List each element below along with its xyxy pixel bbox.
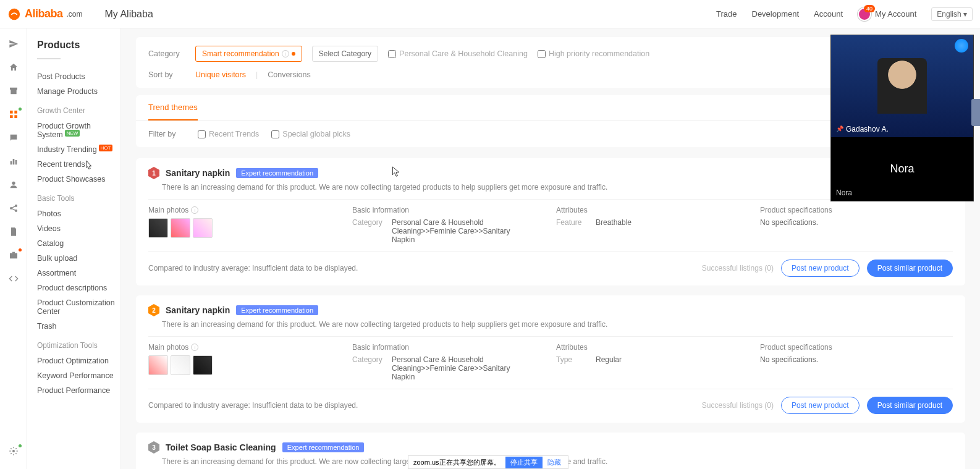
smart-recommendation-button[interactable]: Smart recommendationi — [195, 46, 302, 62]
chk-special-picks[interactable]: Special global picks — [271, 130, 350, 138]
dot-indicator — [292, 52, 295, 56]
svg-point-8 — [12, 182, 15, 185]
sidebar-item-videos[interactable]: Videos — [37, 221, 120, 236]
nav-icon-send[interactable] — [8, 38, 19, 49]
nav-icon-contacts[interactable] — [8, 179, 19, 190]
category-value: Personal Care & Household Cleaning>>Femi… — [392, 218, 528, 244]
logo-com: .com — [67, 10, 83, 19]
card-title: Sanitary napkin — [166, 168, 230, 178]
sidebar-section-label: Growth Center — [37, 106, 120, 115]
hot-badge: HOT — [99, 145, 113, 151]
chk-personal-care[interactable]: Personal Care & Household Cleaning — [388, 49, 528, 58]
sort-conversions[interactable]: Conversions — [268, 70, 310, 79]
nav-icon-briefcase[interactable] — [8, 250, 19, 261]
product-thumbnail[interactable] — [171, 355, 190, 375]
language-selector[interactable]: English ▾ — [931, 7, 973, 21]
svg-point-13 — [12, 450, 15, 452]
product-thumbnail[interactable] — [193, 218, 213, 238]
attr-value: Breathable — [596, 218, 632, 227]
svg-rect-4 — [14, 115, 17, 118]
side-tab[interactable] — [971, 99, 980, 126]
sidebar-item-trash[interactable]: Trash — [37, 319, 120, 334]
sort-unique-visitors[interactable]: Unique visitors — [195, 70, 246, 79]
video-call-overlay[interactable]: 📌Gadashov A. Nora Nora — [830, 35, 974, 201]
zoom-stop-button[interactable]: 停止共享 — [505, 457, 543, 468]
rank-badge: 2 — [148, 304, 159, 316]
attributes-label: Attributes — [556, 206, 754, 214]
rank-badge: 1 — [148, 167, 159, 179]
sidebar-section-label: Basic Tools — [37, 194, 120, 203]
chk-recent-trends[interactable]: Recent Trends — [198, 130, 259, 138]
my-account-link[interactable]: 40 My Account — [858, 7, 916, 21]
product-thumbnail[interactable] — [148, 355, 168, 375]
sidebar-item-post-products[interactable]: Post Products — [37, 69, 120, 84]
participant-name-center: Nora — [890, 163, 914, 175]
svg-rect-3 — [10, 115, 13, 118]
new-badge: NEW — [65, 130, 80, 137]
sidebar-item-product-growth-system[interactable]: Product Growth SystemNEW — [37, 119, 120, 142]
post-similar-product-button[interactable]: Post similar product — [867, 397, 953, 414]
category-label: Category — [148, 49, 185, 58]
sidebar-item-bulk-upload[interactable]: Bulk upload — [37, 251, 120, 266]
participant-logo — [955, 39, 968, 53]
nav-icon-docs[interactable] — [8, 226, 19, 237]
tab-trend-themes[interactable]: Trend themes — [148, 95, 198, 120]
main-photos-label: Main photos i — [148, 343, 346, 352]
nav-icon-share[interactable] — [8, 203, 19, 214]
nav-development[interactable]: Development — [752, 9, 800, 19]
card-title: Toilet Soap Basic Cleaning — [166, 442, 276, 452]
product-thumbnail[interactable] — [171, 218, 190, 238]
expert-tag: Expert recommendation — [236, 305, 318, 315]
video-participant-top: 📌Gadashov A. — [831, 35, 973, 137]
sidebar-item-industry-trending[interactable]: Industry TrendingHOT — [37, 142, 120, 157]
sidebar-item-product-customization[interactable]: Product Customization Center — [37, 295, 120, 319]
nav-icon-settings[interactable] — [8, 446, 19, 457]
post-new-product-button[interactable]: Post new product — [781, 260, 860, 277]
nav-icon-messages[interactable] — [8, 132, 19, 143]
post-similar-product-button[interactable]: Post similar product — [867, 260, 953, 277]
expert-tag: Expert recommendation — [282, 442, 365, 452]
card-description: There is an increasing demand for this p… — [148, 320, 953, 329]
nav-icon-products[interactable] — [8, 109, 19, 120]
product-thumbnail[interactable] — [148, 218, 168, 238]
sidebar-item-product-optimization[interactable]: Product Optimization — [37, 353, 120, 368]
sidebar-item-keyword-performance[interactable]: Keyword Performance — [37, 368, 120, 383]
sidebar-item-photos[interactable]: Photos — [37, 206, 120, 221]
sidebar-item-assortment[interactable]: Assortment — [37, 266, 120, 281]
select-category-button[interactable]: Select Category — [312, 46, 378, 62]
participant-name-top: 📌Gadashov A. — [836, 125, 889, 133]
participant-name-label: Nora — [836, 188, 852, 197]
svg-rect-5 — [10, 161, 12, 164]
zoom-text: zoom.us正在共享您的屏幕。 — [413, 458, 501, 467]
header-right: Trade Development Account 40 My Account … — [716, 7, 973, 21]
sidebar-section-label: Optimization Tools — [37, 341, 120, 350]
chk-high-priority[interactable]: High priority recommendation — [538, 49, 649, 58]
spec-value: No specifications. — [760, 218, 818, 227]
sidebar-item-catalog[interactable]: Catalog — [37, 236, 120, 251]
iconbar — [0, 28, 27, 469]
nav-trade[interactable]: Trade — [716, 9, 737, 19]
nav-icon-home[interactable] — [8, 62, 19, 73]
logo[interactable]: Alibaba.com — [7, 7, 83, 21]
alibaba-icon — [7, 7, 21, 21]
sidebar-title: Products — [37, 40, 61, 59]
header: Alibaba.com My Alibaba Trade Development… — [0, 0, 980, 28]
sidebar-item-manage-products[interactable]: Manage Products — [37, 84, 120, 99]
svg-rect-6 — [12, 159, 14, 164]
participant-video — [877, 58, 927, 114]
sidebar-item-recent-trends[interactable]: Recent trends — [37, 157, 120, 172]
category-key: Category — [352, 218, 387, 244]
sidebar-item-product-descriptions[interactable]: Product descriptions — [37, 281, 120, 295]
svg-rect-2 — [14, 111, 17, 114]
nav-account[interactable]: Account — [814, 9, 843, 19]
nav-icon-analytics[interactable] — [8, 156, 19, 167]
sidebar-item-product-performance[interactable]: Product Performance — [37, 383, 120, 398]
zoom-hide-button[interactable]: 隐藏 — [547, 458, 561, 467]
listings-count: Successful listings (0) — [702, 401, 774, 410]
nav-icon-store[interactable] — [8, 85, 19, 96]
post-new-product-button[interactable]: Post new product — [781, 397, 860, 414]
nav-icon-code[interactable] — [8, 273, 19, 284]
my-account-label: My Account — [875, 9, 916, 19]
product-thumbnail[interactable] — [193, 355, 213, 375]
sidebar-item-product-showcases[interactable]: Product Showcases — [37, 172, 120, 187]
